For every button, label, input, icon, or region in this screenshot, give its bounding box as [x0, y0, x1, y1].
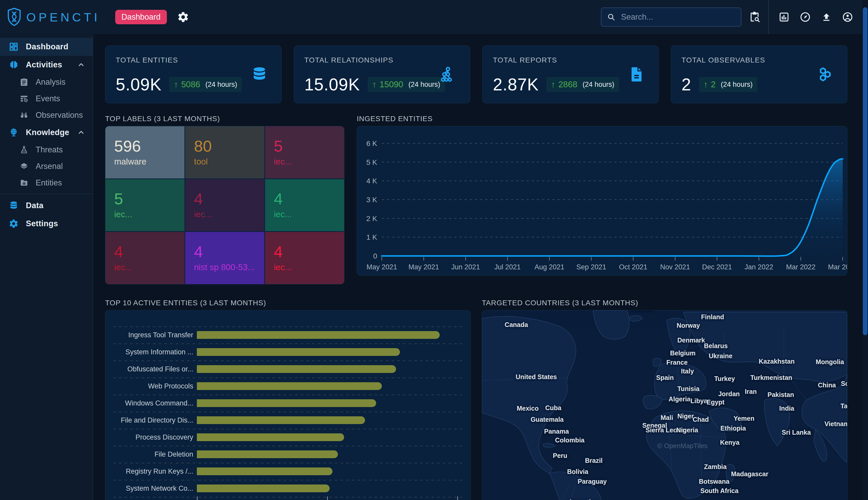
- bar-gridline: [113, 327, 463, 327]
- svg-text:May 2021: May 2021: [367, 263, 397, 271]
- treemap-tile-iec-[interactable]: 4iec...: [185, 179, 264, 231]
- treemap-tile-malware[interactable]: 596malware: [105, 126, 184, 179]
- map-country-label-china: China: [818, 381, 836, 389]
- sidebar-item-threats[interactable]: Threats: [0, 141, 93, 158]
- stat-value-row: 2.87K↑2868(24 hours): [493, 75, 619, 94]
- sidebar-item-observations[interactable]: Observations: [0, 107, 93, 123]
- bar-web-protocols[interactable]: [197, 382, 382, 390]
- dashboard-icon: [9, 42, 19, 52]
- svg-text:Jun 2021: Jun 2021: [451, 263, 480, 271]
- scrollbar-thumb[interactable]: [863, 7, 867, 335]
- treemap-tile-value: 4: [194, 244, 203, 260]
- bar-obfuscated-files-or-[interactable]: [197, 365, 396, 373]
- advanced-search-icon[interactable]: [749, 11, 760, 23]
- svg-text:3 K: 3 K: [366, 196, 377, 204]
- map-country-label-taiwan: Taiwan: [841, 402, 847, 410]
- map-country-label-turkmenistan: Turkmenistan: [751, 374, 792, 381]
- upload-icon[interactable]: [821, 11, 832, 23]
- svg-text:Aug 2021: Aug 2021: [534, 263, 564, 271]
- stat-delta-badge: ↑2(24 hours): [699, 77, 757, 92]
- treemap-tile-label: iec...: [114, 262, 132, 272]
- bar-windows-command-[interactable]: [197, 399, 376, 407]
- map-country-label-iran: Iran: [745, 388, 757, 395]
- sidebar-nav: DashboardActivitiesAnalysisEventsObserva…: [0, 34, 93, 500]
- bar-registry-run-keys-[interactable]: [197, 467, 332, 475]
- sidebar-item-label: Analysis: [36, 78, 65, 87]
- bar-file-deletion[interactable]: [197, 451, 338, 458]
- sidebar-item-label: Events: [36, 94, 60, 103]
- global-search[interactable]: [601, 8, 741, 26]
- sidebar-item-activities[interactable]: Activities: [0, 56, 93, 74]
- bar-system-network-co-[interactable]: [197, 485, 330, 492]
- sidebar-item-entities[interactable]: Entities: [0, 174, 93, 191]
- stat-value: 2: [681, 75, 691, 94]
- chevron-up-icon[interactable]: [77, 61, 85, 69]
- treemap-tile-iec-[interactable]: 5iec...: [105, 179, 184, 231]
- sidebar-item-settings[interactable]: Settings: [0, 215, 93, 233]
- treemap-tile-label: iec...: [114, 209, 132, 219]
- stat-card-title: TOTAL ENTITIES: [116, 56, 178, 64]
- bar-process-discovery[interactable]: [197, 433, 344, 441]
- map-country-label-zambia: Zambia: [704, 463, 727, 470]
- treemap-tile-iec-[interactable]: 4iec...: [105, 232, 184, 284]
- bar-system-information-[interactable]: [197, 348, 400, 356]
- bar-category-label: File Deletion: [105, 451, 193, 458]
- opencti-logo[interactable]: OPENCTI: [7, 8, 100, 26]
- sidebar-item-label: Knowledge: [26, 128, 69, 137]
- sidebar-item-data[interactable]: Data: [0, 196, 93, 215]
- sidebar-item-label: Data: [26, 201, 43, 210]
- database-icon: [251, 66, 268, 83]
- treemap-tile-value: 5: [114, 191, 123, 207]
- map-country-label-peru: Peru: [553, 452, 567, 459]
- app-title: OPENCTI: [26, 10, 100, 24]
- bar-gridline: [113, 378, 463, 378]
- treemap-tile-iec-[interactable]: 5iec...: [265, 126, 344, 179]
- sidebar-item-dashboard[interactable]: Dashboard: [0, 38, 93, 56]
- stat-card-title: TOTAL OBSERVABLES: [681, 56, 765, 64]
- treemap-tile-nist-sp-800-53-[interactable]: 4nist sp 800-53...: [185, 232, 264, 284]
- svg-text:4 K: 4 K: [366, 177, 377, 185]
- bar-gridline: [113, 395, 463, 395]
- dashboard-settings-gear-icon[interactable]: [177, 11, 189, 23]
- map-country-label-yemen: Yemen: [734, 414, 755, 422]
- stat-card-total-reports: TOTAL REPORTS2.87K↑2868(24 hours): [482, 45, 659, 103]
- stat-value: 15.09K: [304, 75, 360, 94]
- chevron-up-icon[interactable]: [77, 129, 85, 136]
- map-country-label-colombia: Colombia: [555, 436, 585, 444]
- dashboard-context-chip[interactable]: Dashboard: [115, 10, 167, 24]
- account-icon[interactable]: [842, 11, 854, 23]
- bar-category-label: Ingress Tool Transfer: [105, 331, 193, 339]
- bar-gridline: [113, 343, 463, 344]
- stat-value-row: 15.09K↑15090(24 hours): [304, 75, 445, 94]
- map-country-label-egypt: Egypt: [707, 398, 724, 406]
- sidebar-item-arsenal[interactable]: Arsenal: [0, 158, 93, 174]
- top-active-entities-title: TOP 10 ACTIVE ENTITIES (3 LAST MONTHS): [105, 299, 471, 307]
- sidebar-item-events[interactable]: Events: [0, 90, 93, 107]
- top-active-entities-chart: Ingress Tool TransferSystem Information …: [105, 310, 471, 500]
- svg-text:2 K: 2 K: [366, 215, 377, 223]
- stat-delta-badge: ↑2868(24 hours): [546, 77, 619, 92]
- svg-text:Jan 2022: Jan 2022: [745, 263, 773, 271]
- search-icon: [607, 12, 616, 22]
- insights-icon[interactable]: [778, 11, 790, 23]
- treemap-tile-value: 596: [114, 138, 141, 154]
- explore-compass-icon[interactable]: [799, 11, 811, 23]
- treemap-tile-label: iec...: [194, 209, 212, 219]
- treemap-tile-label: iec...: [274, 262, 292, 272]
- sidebar-item-analysis[interactable]: Analysis: [0, 74, 93, 90]
- bar-ingress-tool-transfer[interactable]: [197, 331, 440, 339]
- map-country-label-tunisia: Tunisia: [677, 385, 700, 392]
- search-input[interactable]: [621, 12, 720, 22]
- svg-text:0: 0: [373, 252, 377, 260]
- svg-text:Nov 2021: Nov 2021: [660, 263, 690, 271]
- page-scrollbar[interactable]: [862, 0, 868, 500]
- treemap-tile-iec-[interactable]: 4iec...: [265, 232, 344, 284]
- sidebar-item-label: Arsenal: [36, 162, 63, 171]
- map-country-label-south-africa: South Africa: [700, 487, 739, 495]
- stat-value: 5.09K: [116, 75, 161, 94]
- sidebar-item-knowledge[interactable]: Knowledge: [0, 123, 93, 141]
- treemap-tile-iec-[interactable]: 4iec...: [265, 179, 344, 231]
- map-attribution[interactable]: © OpenMapTiles: [657, 442, 708, 450]
- bar-file-and-directory-dis-[interactable]: [197, 416, 365, 424]
- treemap-tile-tool[interactable]: 80tool: [185, 126, 264, 179]
